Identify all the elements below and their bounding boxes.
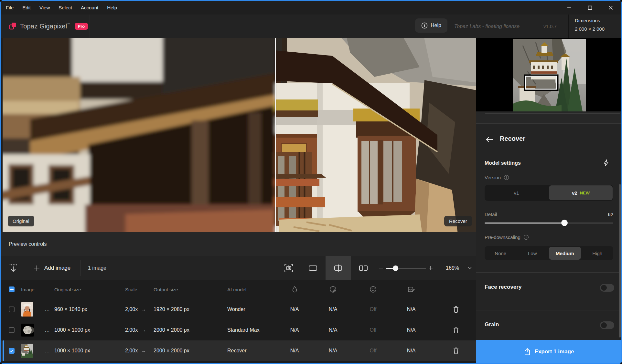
menu-help[interactable]: Help: [107, 5, 117, 10]
zoom-out-button[interactable]: [376, 256, 385, 280]
trash-icon: [453, 306, 459, 313]
detail-slider-fill: [485, 223, 564, 224]
compare-divider-handle[interactable]: [275, 38, 276, 232]
zoom-percentage[interactable]: 169%: [441, 256, 459, 280]
version-label: Version: [485, 175, 501, 180]
side-by-side-view-button[interactable]: [354, 256, 373, 280]
delete-row-button[interactable]: [450, 340, 462, 361]
crop-edit-icon: [398, 280, 424, 299]
zoom-dropdown[interactable]: [465, 256, 475, 280]
menu-view[interactable]: View: [39, 5, 50, 10]
ai-model-value[interactable]: Recover: [227, 340, 247, 361]
row-checkbox-checked[interactable]: [9, 340, 15, 361]
version-segmented-control: v1 v2NEW: [485, 185, 613, 201]
split-view-button[interactable]: [326, 256, 351, 280]
scale-value[interactable]: 2,00x→: [125, 340, 146, 361]
image-table: Image Original size Scale Output size AI…: [1, 280, 476, 363]
app-title: Topaz Gigapixel™: [20, 23, 70, 30]
crop-value: N/A: [398, 320, 424, 340]
plus-icon: [34, 265, 40, 271]
original-label: Original: [8, 216, 34, 226]
preview-canvas[interactable]: Original Recover: [3, 38, 476, 232]
row-checkbox[interactable]: [9, 320, 15, 340]
filename-ellipsis: …: [45, 299, 50, 320]
navigator-thumbnail[interactable]: [513, 39, 586, 111]
export-share-icon: [524, 348, 531, 356]
app-header: Topaz Gigapixel™ Pro Help Topaz Labs - f…: [1, 15, 621, 38]
preview-controls-bar[interactable]: Preview controls: [1, 232, 476, 256]
trash-icon: [453, 327, 459, 334]
zoom-slider-handle[interactable]: [393, 265, 398, 271]
grain-label: Grain: [485, 321, 499, 328]
detail-slider[interactable]: [485, 223, 613, 224]
close-icon[interactable]: [605, 2, 616, 13]
scale-value[interactable]: 2,00x→: [125, 320, 146, 340]
toolbar-divider: [80, 260, 81, 276]
pre-downscaling-none[interactable]: None: [485, 246, 517, 260]
split-view-icon: [334, 264, 343, 272]
scale-value[interactable]: 2,00x→: [125, 299, 146, 320]
table-row[interactable]: … 1000 × 1000 px 2,00x→ 2000 × 2000 px S…: [1, 320, 476, 340]
menu-file[interactable]: File: [6, 5, 14, 10]
info-icon[interactable]: [523, 234, 529, 240]
zoom-slider[interactable]: [386, 268, 426, 269]
help-button[interactable]: Help: [415, 18, 447, 33]
deblur-value: N/A: [320, 320, 346, 340]
sidebar-scrollbar[interactable]: [619, 184, 621, 338]
dotted-collapse-icon: [9, 264, 17, 273]
collapse-panel-button[interactable]: [7, 262, 19, 274]
maximize-icon[interactable]: [584, 2, 595, 13]
toggle-knob: [601, 285, 607, 291]
navigator-scrollbar[interactable]: [485, 113, 620, 114]
denoise-droplet-icon: [282, 280, 307, 299]
row-checkbox[interactable]: [9, 299, 15, 320]
ai-model-value[interactable]: Standard Max: [227, 320, 260, 340]
table-row[interactable]: … 960 × 1040 px 2,00x→ 1920 × 2080 px Wo…: [1, 299, 476, 320]
ai-model-value[interactable]: Wonder: [227, 299, 245, 320]
row-thumbnail-monastery: [21, 340, 33, 361]
output-size-value: 2000 × 2000 px: [154, 320, 189, 340]
delete-row-button[interactable]: [450, 320, 462, 340]
info-icon[interactable]: [504, 175, 509, 180]
crop-value: N/A: [398, 299, 424, 320]
version-v2-option[interactable]: v2NEW: [549, 185, 613, 200]
header-ai-model: AI model: [227, 280, 246, 299]
menu-edit[interactable]: Edit: [22, 5, 31, 10]
add-image-label: Add image: [44, 265, 70, 271]
app-window: File Edit View Select Account Help: [0, 0, 622, 364]
original-size-value: 960 × 1040 px: [54, 299, 87, 320]
header-original-size: Original size: [54, 280, 81, 299]
pre-downscaling-high[interactable]: High: [582, 246, 614, 260]
export-button[interactable]: Export 1 image: [476, 340, 622, 364]
delete-row-button[interactable]: [450, 299, 462, 320]
back-button[interactable]: [484, 134, 496, 145]
lightning-icon[interactable]: [603, 159, 609, 168]
detail-value: 62: [581, 212, 613, 217]
pro-badge: Pro: [75, 23, 88, 30]
detail-slider-handle[interactable]: [561, 220, 568, 226]
export-label: Export 1 image: [535, 348, 574, 355]
table-header: Image Original size Scale Output size AI…: [1, 280, 476, 299]
deblur-value: N/A: [320, 299, 346, 320]
side-by-side-icon: [359, 264, 368, 272]
minimize-icon[interactable]: [564, 2, 575, 13]
arrow-right-icon: →: [141, 348, 146, 354]
single-view-button[interactable]: [303, 256, 323, 280]
pre-downscaling-medium[interactable]: Medium: [549, 247, 581, 260]
menu-bar: File Edit View Select Account Help: [1, 1, 621, 15]
row-thumbnail-portrait: [21, 299, 33, 320]
add-image-button[interactable]: Add image: [31, 261, 73, 276]
pre-downscaling-low[interactable]: Low: [517, 246, 549, 260]
select-all-checkbox[interactable]: [9, 280, 15, 299]
face-recovery-toggle[interactable]: [600, 284, 614, 292]
version-v1-option[interactable]: v1: [485, 185, 548, 201]
table-row-selected[interactable]: … 1000 × 1000 px 2,00x→ 2000 × 2000 px R…: [1, 340, 476, 361]
bottom-toolbar: Add image 1 image: [1, 256, 476, 280]
menu-account[interactable]: Account: [81, 5, 98, 10]
menu-select[interactable]: Select: [59, 5, 72, 10]
window-controls: [564, 1, 619, 15]
arrow-left-icon: [486, 136, 494, 143]
snapshot-view-button[interactable]: [279, 256, 298, 280]
zoom-in-button[interactable]: [426, 256, 435, 280]
grain-toggle[interactable]: [600, 321, 614, 329]
